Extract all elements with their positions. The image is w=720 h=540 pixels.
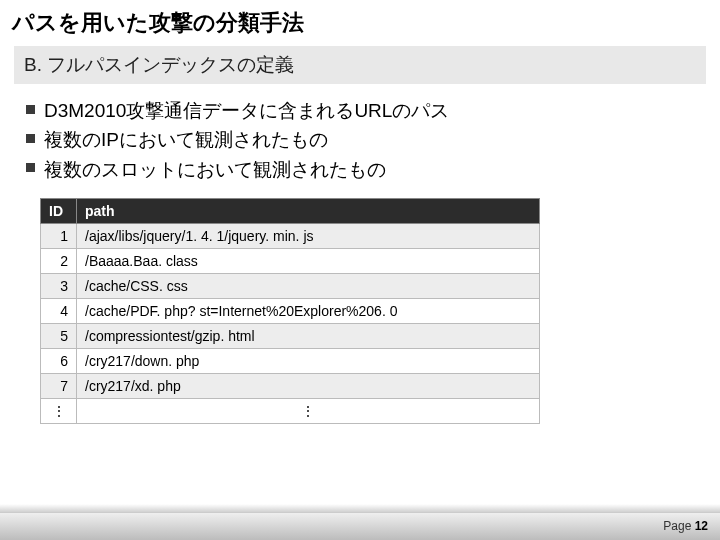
table-row: 4 /cache/PDF. php? st=Internet%20Explore…	[41, 299, 540, 324]
bullet-item: 複数のスロットにおいて観測されたもの	[26, 155, 700, 184]
cell-id: 3	[41, 274, 77, 299]
section-heading: B. フルパスインデックスの定義	[14, 46, 706, 84]
cell-path: /cry217/down. php	[77, 349, 540, 374]
cell-id: 1	[41, 224, 77, 249]
table-row: 2 /Baaaa.Baa. class	[41, 249, 540, 274]
cell-path: /cache/CSS. css	[77, 274, 540, 299]
table-row-ellipsis: ⋮ ⋮	[41, 399, 540, 424]
table-row: 5 /compressiontest/gzip. html	[41, 324, 540, 349]
cell-id: 7	[41, 374, 77, 399]
cell-id: 5	[41, 324, 77, 349]
cell-path: /Baaaa.Baa. class	[77, 249, 540, 274]
col-header-path: path	[77, 199, 540, 224]
cell-path: /ajax/libs/jquery/1. 4. 1/jquery. min. j…	[77, 224, 540, 249]
table-row: 1 /ajax/libs/jquery/1. 4. 1/jquery. min.…	[41, 224, 540, 249]
cell-ellipsis-id: ⋮	[41, 399, 77, 424]
cell-id: 2	[41, 249, 77, 274]
cell-path: /cry217/xd. php	[77, 374, 540, 399]
slide-title: パスを用いた攻撃の分類手法	[0, 0, 720, 44]
col-header-id: ID	[41, 199, 77, 224]
table-row: 7 /cry217/xd. php	[41, 374, 540, 399]
cell-id: 6	[41, 349, 77, 374]
cell-ellipsis-path: ⋮	[77, 399, 540, 424]
bullet-list: D3M2010攻撃通信データに含まれるURLのパス 複数のIPにおいて観測された…	[0, 84, 720, 184]
cell-path: /cache/PDF. php? st=Internet%20Explorer%…	[77, 299, 540, 324]
page-number-value: 12	[695, 519, 708, 533]
table-row: 3 /cache/CSS. css	[41, 274, 540, 299]
bullet-item: D3M2010攻撃通信データに含まれるURLのパス	[26, 96, 700, 125]
section-heading-wrap: B. フルパスインデックスの定義	[0, 46, 720, 84]
page-label: Page	[663, 519, 694, 533]
bullet-item: 複数のIPにおいて観測されたもの	[26, 125, 700, 154]
path-table-wrap: ID path 1 /ajax/libs/jquery/1. 4. 1/jque…	[40, 198, 540, 424]
table-row: 6 /cry217/down. php	[41, 349, 540, 374]
path-table: ID path 1 /ajax/libs/jquery/1. 4. 1/jque…	[40, 198, 540, 424]
cell-path: /compressiontest/gzip. html	[77, 324, 540, 349]
page-number: Page 12	[663, 519, 708, 533]
table-header-row: ID path	[41, 199, 540, 224]
footer-shadow	[0, 504, 720, 512]
cell-id: 4	[41, 299, 77, 324]
footer-bar: Page 12	[0, 512, 720, 540]
